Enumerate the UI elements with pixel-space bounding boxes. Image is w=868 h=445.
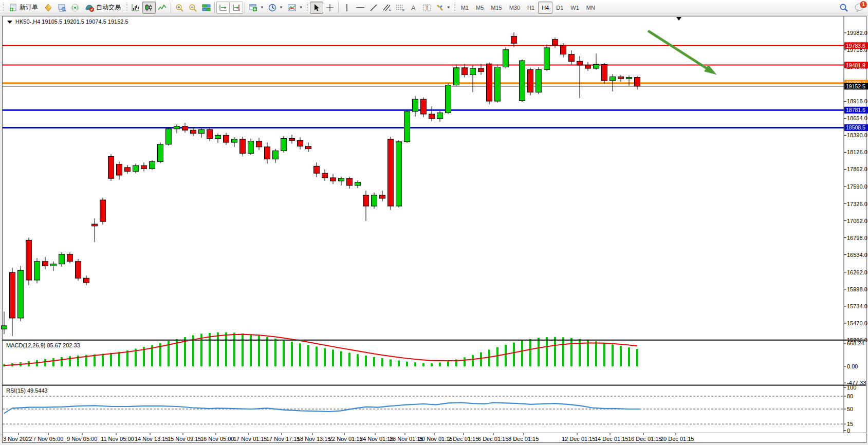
print-preview-button[interactable] bbox=[55, 2, 68, 14]
templates-button[interactable]: ▼ bbox=[285, 2, 305, 14]
timeframe-m30-button[interactable]: M30 bbox=[506, 2, 524, 14]
macd-histogram-bar bbox=[587, 340, 589, 366]
crosshair-button[interactable] bbox=[323, 2, 337, 14]
candle-body bbox=[191, 130, 196, 133]
toolbar-separator bbox=[245, 2, 245, 13]
candle-body bbox=[281, 139, 287, 151]
time-tick-label: 16 Nov 05:00 bbox=[200, 436, 234, 442]
candle-body bbox=[528, 70, 533, 92]
cursor-button[interactable] bbox=[310, 2, 323, 14]
macd-histogram-bar bbox=[554, 337, 556, 366]
toolbar-grip bbox=[2, 3, 5, 13]
timeframe-m5-button[interactable]: M5 bbox=[472, 2, 487, 14]
line-chart-icon bbox=[158, 4, 167, 12]
macd-histogram-bar bbox=[209, 333, 211, 366]
macd-histogram-bar bbox=[398, 361, 400, 366]
zoom-in-button[interactable] bbox=[173, 2, 186, 14]
timeframe-m1-button[interactable]: M1 bbox=[457, 2, 472, 14]
svg-text:F: F bbox=[402, 9, 404, 12]
time-tick-label: 24 Nov 01:15 bbox=[360, 436, 393, 442]
timeframe-m15-button[interactable]: M15 bbox=[487, 2, 505, 14]
timeframe-h1-button[interactable]: H1 bbox=[524, 2, 538, 14]
auto-scroll-button[interactable] bbox=[216, 2, 230, 14]
macd-histogram-bar bbox=[496, 347, 498, 366]
templates-icon bbox=[287, 4, 297, 12]
bar-chart-button[interactable] bbox=[129, 2, 142, 14]
timeframe-d1-button[interactable]: D1 bbox=[552, 2, 567, 14]
candle-body bbox=[602, 65, 607, 81]
chart-window-frame bbox=[3, 16, 866, 443]
macd-histogram-bar bbox=[612, 344, 614, 366]
timeframe-toolbar: M1M5M15M30H1H4D1W1MN bbox=[457, 2, 599, 14]
zoom-out-button[interactable] bbox=[186, 2, 199, 14]
candle-body bbox=[380, 195, 385, 198]
candle-body bbox=[421, 99, 427, 114]
macd-histogram-bar bbox=[406, 362, 408, 366]
chart-canvas[interactable]: 19982.019718.019454.019190.018918.018654… bbox=[0, 15, 868, 445]
candle-body bbox=[618, 77, 624, 79]
time-tick-label: 15 Nov 09:15 bbox=[168, 436, 201, 442]
macd-histogram-bar bbox=[570, 338, 572, 366]
macd-histogram-bar bbox=[546, 337, 548, 366]
tile-windows-button[interactable] bbox=[199, 2, 213, 14]
candle-body bbox=[108, 157, 114, 179]
price-label-text: 18781.6 bbox=[846, 107, 865, 113]
candle-body bbox=[355, 182, 361, 186]
new-order-button[interactable]: 新订单 bbox=[6, 2, 42, 14]
macd-histogram-bar bbox=[529, 339, 531, 366]
candle-body bbox=[413, 99, 418, 112]
candle-body bbox=[372, 195, 377, 206]
styler-icon bbox=[44, 4, 52, 12]
trendline-button[interactable] bbox=[367, 2, 380, 14]
line-chart-button[interactable] bbox=[156, 2, 169, 14]
candle-body bbox=[215, 135, 221, 138]
periods-button[interactable]: ▼ bbox=[266, 2, 285, 14]
timeframe-mn-button[interactable]: MN bbox=[583, 2, 599, 14]
price-tick-label: 15998.0 bbox=[847, 286, 867, 292]
equidistant-channel-button[interactable]: E bbox=[380, 2, 394, 14]
chart-shift-button[interactable] bbox=[230, 2, 243, 14]
text-label-button[interactable]: T bbox=[420, 2, 434, 14]
chevron-down-icon: ▼ bbox=[279, 5, 283, 10]
macd-histogram-bar bbox=[299, 343, 301, 366]
new-chart-button[interactable]: ▼ bbox=[247, 2, 266, 14]
candle-body bbox=[585, 65, 591, 68]
candle-body bbox=[478, 68, 484, 71]
macd-histogram-bar bbox=[505, 345, 507, 366]
candle-body bbox=[314, 166, 320, 173]
time-tick-label: 3 Nov 2022 bbox=[3, 436, 32, 442]
macd-histogram-bar bbox=[562, 337, 564, 366]
horizontal-line-button[interactable] bbox=[354, 2, 367, 14]
candle-body bbox=[520, 61, 525, 101]
candle-body bbox=[141, 165, 147, 169]
text-button[interactable]: A bbox=[407, 2, 420, 14]
macd-histogram-bar bbox=[274, 339, 276, 366]
price-label-text: 19152.5 bbox=[846, 83, 865, 89]
macd-histogram-bar bbox=[538, 338, 540, 366]
bar-chart-icon bbox=[131, 4, 140, 12]
toolbar-grip bbox=[125, 3, 128, 13]
candle-body bbox=[117, 164, 122, 175]
candle-body bbox=[635, 78, 640, 86]
timeframe-h4-button[interactable]: H4 bbox=[538, 2, 552, 14]
price-tick-label: 17862.0 bbox=[847, 166, 867, 172]
time-tick-label: 2 Dec 01:15 bbox=[448, 436, 478, 442]
chat-button[interactable]: 1 bbox=[854, 2, 865, 13]
candle-body bbox=[207, 129, 213, 139]
fibonacci-icon: F bbox=[396, 4, 405, 12]
rsi-axis-label: 80 bbox=[847, 393, 853, 399]
candlestick-chart-button[interactable] bbox=[142, 2, 156, 14]
search-button[interactable] bbox=[837, 2, 851, 14]
timeframe-w1-button[interactable]: W1 bbox=[567, 2, 583, 14]
candle-body bbox=[330, 178, 336, 181]
arrows-button[interactable]: ▼ bbox=[434, 2, 453, 14]
candle-body bbox=[125, 168, 131, 172]
styler-button[interactable] bbox=[42, 2, 55, 14]
macd-histogram-bar bbox=[439, 363, 441, 366]
candle-body bbox=[569, 54, 575, 62]
auto-scroll-icon bbox=[218, 4, 228, 12]
news-button[interactable] bbox=[68, 2, 82, 14]
autotrade-button[interactable]: 自动交易 bbox=[82, 2, 124, 14]
fibonacci-button[interactable]: F bbox=[394, 2, 407, 14]
vertical-line-button[interactable] bbox=[340, 2, 354, 14]
